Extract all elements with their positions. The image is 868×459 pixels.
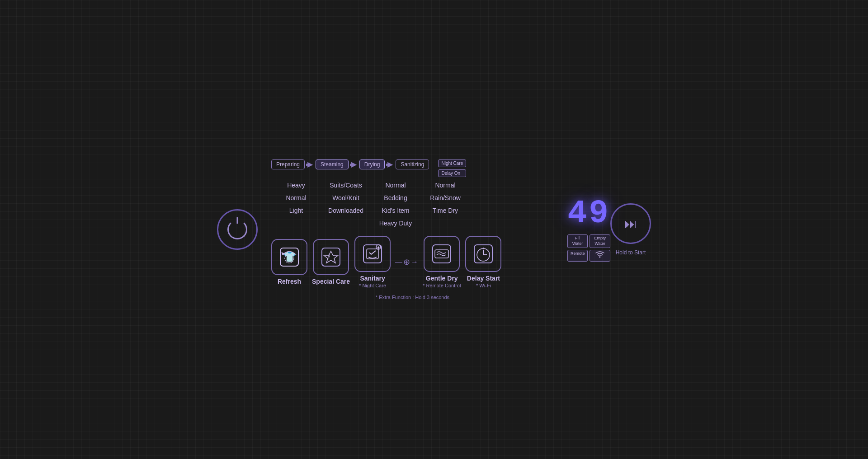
cycle-row: 👕 Refresh Special Care bbox=[271, 236, 501, 288]
sanitary-button[interactable]: + bbox=[354, 236, 391, 272]
mode-rain-snow[interactable]: Rain/Snow bbox=[430, 194, 461, 201]
special-care-icon bbox=[320, 246, 342, 268]
mode-col-4: Normal Rain/Snow Time Dry bbox=[420, 182, 470, 227]
phase-row: Preparing ▶ Steaming ▶ Drying ▶ Sanitizi… bbox=[271, 159, 429, 169]
delay-start-label: Delay Start bbox=[467, 275, 500, 282]
sanitary-sublabel: * Night Care bbox=[359, 283, 386, 288]
start-button[interactable]: ⏭ bbox=[610, 203, 651, 244]
mode-wool-knit[interactable]: Wool/Knit bbox=[332, 194, 359, 201]
mode-light[interactable]: Light bbox=[289, 207, 303, 214]
start-area: ⏭ Hold to Start bbox=[610, 203, 651, 256]
mode-downloaded[interactable]: Downloaded bbox=[328, 207, 363, 214]
mode-bedding[interactable]: Bedding bbox=[384, 194, 407, 201]
sanitary-icon: + bbox=[361, 243, 384, 265]
mode-kids-item[interactable]: Kid's Item bbox=[382, 207, 409, 214]
delay-start-button[interactable] bbox=[465, 236, 501, 272]
refresh-label: Refresh bbox=[278, 278, 301, 285]
display-area: 49 FillWater EmptyWater Remote bbox=[567, 197, 610, 261]
indicators-grid: FillWater EmptyWater Remote bbox=[567, 234, 610, 261]
svg-rect-9 bbox=[435, 250, 448, 258]
special-care-label: Special Care bbox=[312, 278, 350, 285]
phase-sanitizing[interactable]: Sanitizing bbox=[396, 159, 429, 169]
gentle-dry-button[interactable] bbox=[424, 236, 460, 272]
mode-heavy-duty[interactable]: Heavy Duty bbox=[379, 220, 412, 227]
mode-time-dry[interactable]: Time Dry bbox=[433, 207, 458, 214]
night-care-badge[interactable]: Night Care bbox=[438, 159, 466, 167]
gentle-dry-sublabel: * Remote Control bbox=[423, 283, 461, 288]
delay-on-badge[interactable]: Delay On bbox=[438, 169, 466, 177]
mode-suits-coats[interactable]: Suits/Coats bbox=[330, 182, 362, 189]
power-icon bbox=[227, 220, 247, 239]
mode-col-3: Normal Bedding Kid's Item Heavy Duty bbox=[371, 182, 420, 227]
gentle-dry-icon bbox=[430, 243, 453, 265]
extra-fn-note: * Extra Function : Hold 3 seconds bbox=[271, 295, 554, 300]
refresh-button[interactable]: 👕 bbox=[271, 239, 307, 275]
phase-steaming[interactable]: Steaming bbox=[316, 159, 349, 169]
special-care-button[interactable] bbox=[313, 239, 349, 275]
refresh-icon: 👕 bbox=[278, 246, 301, 268]
arrow-connector: — ⊕ → bbox=[395, 257, 418, 267]
svg-text:+: + bbox=[377, 246, 379, 249]
wifi-indicator bbox=[590, 250, 610, 262]
mode-col-1: Heavy Normal Light bbox=[271, 182, 321, 227]
modes-area: Heavy Normal Light Suits/Coats Wool/Knit… bbox=[271, 182, 470, 227]
svg-rect-8 bbox=[433, 245, 451, 263]
timer-display: 49 bbox=[567, 197, 610, 230]
remote-indicator: Remote bbox=[567, 250, 588, 262]
start-label: Hold to Start bbox=[616, 249, 646, 256]
controls-area: Preparing ▶ Steaming ▶ Drying ▶ Sanitizi… bbox=[271, 159, 554, 300]
power-button[interactable] bbox=[217, 209, 258, 250]
sanitary-label: Sanitary bbox=[360, 275, 385, 282]
mode-normal-4[interactable]: Normal bbox=[435, 182, 455, 189]
mode-col-2: Suits/Coats Wool/Knit Downloaded bbox=[321, 182, 371, 227]
empty-water-indicator: EmptyWater bbox=[590, 234, 610, 248]
phase-drying[interactable]: Drying bbox=[359, 159, 385, 169]
mode-heavy[interactable]: Heavy bbox=[287, 182, 305, 189]
delay-start-icon bbox=[472, 243, 495, 265]
start-icon: ⏭ bbox=[624, 216, 637, 231]
main-panel: Preparing ▶ Steaming ▶ Drying ▶ Sanitizi… bbox=[208, 141, 660, 318]
phase-preparing[interactable]: Preparing bbox=[271, 159, 305, 169]
delay-start-sublabel: * Wi-Fi bbox=[476, 283, 491, 288]
fill-water-indicator: FillWater bbox=[567, 234, 588, 248]
mode-normal-3[interactable]: Normal bbox=[385, 182, 406, 189]
mode-normal-1[interactable]: Normal bbox=[286, 194, 306, 201]
gentle-dry-label: Gentle Dry bbox=[426, 275, 458, 282]
